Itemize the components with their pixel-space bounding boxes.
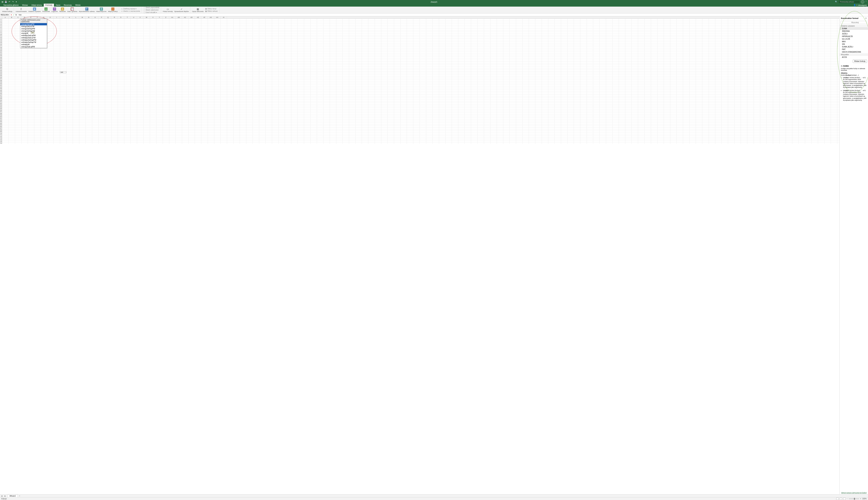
row-header[interactable]: 56	[0, 109, 2, 111]
row-header[interactable]: 6	[0, 27, 2, 29]
calc-now-button[interactable]: ▦ Oblicz teraz	[205, 8, 218, 10]
row-header[interactable]: 8	[0, 30, 2, 32]
tab-view[interactable]: Widok	[73, 4, 82, 7]
sidebar-function-item[interactable]: ODCH.STANDARDOWE	[840, 51, 868, 53]
column-header[interactable]: AB	[175, 16, 182, 19]
calc-options-button[interactable]: ▦ Opcje obliczania	[192, 7, 204, 13]
row-header[interactable]: 38	[0, 80, 2, 81]
column-header[interactable]: AF	[201, 16, 208, 19]
tab-review[interactable]: Recenzja	[62, 4, 73, 7]
row-header[interactable]: 65	[0, 124, 2, 126]
row-header[interactable]: 74	[0, 139, 2, 141]
column-header[interactable]: AG	[208, 16, 214, 19]
autocomplete-item[interactable]: entropySatLiqPW	[20, 46, 47, 48]
sidebar-function-item[interactable]: HIPERŁĄCZE	[840, 35, 868, 38]
tab-home[interactable]: Narzędzia główne	[2, 4, 20, 7]
autocomplete-item[interactable]: enthalpySatLiqTW	[20, 37, 47, 39]
financial-button[interactable]: ▭ Finansowe	[42, 7, 50, 13]
sidebar-function-item[interactable]: ŚREDNIA	[840, 30, 868, 33]
row-header[interactable]: 29	[0, 65, 2, 67]
accept-icon[interactable]: ✓	[13, 14, 15, 16]
column-header[interactable]: Z	[163, 16, 169, 19]
zoom-in-icon[interactable]: +	[860, 498, 861, 500]
row-header[interactable]: 3	[0, 22, 2, 24]
ribbon-chevron-icon[interactable]: ˄	[866, 1, 867, 3]
row-header[interactable]: 30	[0, 67, 2, 68]
feedback-icon[interactable]: ☺	[861, 0, 864, 3]
row-header[interactable]: 43	[0, 88, 2, 90]
row-header[interactable]: 36	[0, 76, 2, 78]
tab-formulas[interactable]: Formuły	[44, 4, 54, 7]
qat-chevron-icon[interactable]: ▾	[15, 1, 18, 3]
sidebar-function-item[interactable]: ILE.LICZB	[840, 38, 868, 40]
row-header[interactable]: 17	[0, 45, 2, 47]
row-header[interactable]: 20	[0, 50, 2, 52]
row-header[interactable]: 34	[0, 73, 2, 75]
trace-precedents-button[interactable]: ⬚ Śledź poprzedniki	[143, 7, 160, 9]
sidebar-function-item[interactable]: PMT	[840, 48, 868, 51]
row-header[interactable]: 25	[0, 58, 2, 60]
row-header[interactable]: 40	[0, 83, 2, 85]
column-header[interactable]: AA	[169, 16, 175, 19]
select-all-corner[interactable]	[0, 16, 2, 19]
zoom-out-icon[interactable]: −	[847, 498, 848, 500]
show-formulas-button[interactable]: ▭ Pokaż formuły	[162, 7, 173, 13]
remove-arrows-button[interactable]: ⬚ Usuń strzałki ▾	[143, 11, 160, 13]
row-header[interactable]: 41	[0, 84, 2, 86]
math-button[interactable]: θ Matematyczne	[96, 7, 107, 13]
column-header[interactable]: P	[99, 16, 105, 19]
column-header[interactable]: X	[150, 16, 156, 19]
row-header[interactable]: 26	[0, 60, 2, 61]
row-header[interactable]: 73	[0, 137, 2, 139]
row-header[interactable]: 72	[0, 136, 2, 137]
row-header[interactable]: 50	[0, 100, 2, 101]
column-header[interactable]: AH	[214, 16, 220, 19]
define-name-button[interactable]: ▭ Zdefiniuj nazwę ▾	[120, 8, 141, 10]
trace-dependents-button[interactable]: ⬚ Śledź zależności	[143, 9, 160, 11]
calc-sheet-button[interactable]: ▦ Oblicz arkusz	[205, 10, 218, 12]
row-header[interactable]: 16	[0, 43, 2, 45]
column-header[interactable]: AC	[182, 16, 189, 19]
sidebar-search-input[interactable]	[841, 21, 867, 24]
row-header[interactable]: 52	[0, 103, 2, 104]
row-header[interactable]: 70	[0, 133, 2, 134]
text-button[interactable]: A Tekstowe	[59, 7, 66, 13]
column-header[interactable]: AE	[195, 16, 201, 19]
row-header[interactable]: 53	[0, 104, 2, 106]
worksheet-grid[interactable]: ABCDEFGHIJKLMNOPQRSTUVWXYZAAABACADAEAFAG…	[0, 16, 840, 494]
column-header[interactable]: D	[21, 16, 28, 19]
sidebar-function-item[interactable]: SUMA	[840, 27, 868, 30]
row-header[interactable]: 19	[0, 48, 2, 50]
insert-function-button[interactable]: Wstaw funkcję	[853, 59, 867, 63]
add-sheet-icon[interactable]: +	[18, 495, 22, 497]
autocomplete-item[interactable]: enthalpySatVapPW	[20, 39, 47, 41]
tab-page-layout[interactable]: Układ strony	[30, 4, 44, 7]
error-check-button[interactable]: ✓ Sprawdzanie błędów	[174, 7, 189, 13]
search-input[interactable]	[839, 1, 860, 3]
more-functions-button[interactable]: ⋯ Więcej funkcji	[107, 7, 118, 13]
row-header[interactable]: 1	[0, 19, 2, 20]
row-header[interactable]: 22	[0, 53, 2, 55]
autocomplete-item[interactable]: enthalpySatVapTW	[20, 41, 47, 43]
row-header[interactable]: 61	[0, 117, 2, 119]
row-header[interactable]: 32	[0, 70, 2, 71]
sheet-nav-prev-icon[interactable]: ◀	[0, 495, 3, 497]
sidebar-function-item[interactable]: SIN	[840, 43, 868, 45]
file-icon[interactable]: ▤	[1, 1, 3, 3]
redo-icon[interactable]: ↷	[12, 1, 14, 3]
column-header[interactable]: U	[130, 16, 137, 19]
sidebar-function-item[interactable]: ACOS	[840, 56, 868, 58]
autocomplete-item[interactable]: energySatLiqTW	[20, 25, 47, 27]
row-header[interactable]: 10	[0, 34, 2, 35]
cancel-icon[interactable]: ✕	[10, 14, 12, 16]
sidebar-function-item[interactable]: MAX	[840, 40, 868, 43]
column-header[interactable]: T	[124, 16, 130, 19]
row-header[interactable]: 71	[0, 134, 2, 136]
row-header[interactable]: 48	[0, 96, 2, 98]
view-page-break-icon[interactable]	[843, 498, 846, 500]
row-header[interactable]: 47	[0, 94, 2, 96]
row-header[interactable]: 62	[0, 119, 2, 121]
row-header[interactable]: 58	[0, 113, 2, 114]
row-header[interactable]: 18	[0, 47, 2, 48]
view-page-layout-icon[interactable]	[840, 498, 842, 500]
